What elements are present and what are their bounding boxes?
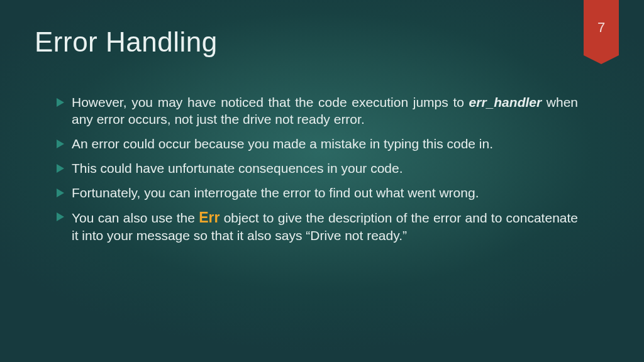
- triangle-right-icon: [57, 212, 64, 221]
- emphasis-err-object: Err: [199, 209, 219, 226]
- triangle-right-icon: [57, 98, 64, 107]
- slide-number: 7: [597, 19, 605, 36]
- list-item: However, you may have noticed that the c…: [57, 94, 578, 128]
- text-fragment: However, you may have noticed that the c…: [72, 95, 469, 109]
- list-item: This could have unfortunate consequences…: [57, 160, 578, 177]
- emphasis-err-handler: err_handler: [469, 95, 542, 109]
- list-item: Fortunately, you can interrogate the err…: [57, 185, 578, 202]
- bullet-text: Fortunately, you can interrogate the err…: [72, 185, 578, 202]
- svg-marker-0: [57, 98, 64, 107]
- slide-body: However, you may have noticed that the c…: [57, 94, 578, 252]
- triangle-right-icon: [57, 189, 64, 197]
- list-item: You can also use the Err object to give …: [57, 209, 578, 244]
- page-title: Error Handling: [35, 26, 218, 58]
- svg-marker-2: [57, 164, 64, 173]
- bullet-text: However, you may have noticed that the c…: [72, 94, 578, 128]
- svg-marker-3: [57, 189, 64, 197]
- svg-marker-1: [57, 140, 64, 148]
- bullet-text: This could have unfortunate consequences…: [72, 160, 578, 177]
- list-item: An error could occur because you made a …: [57, 136, 578, 153]
- text-fragment: You can also use the: [72, 211, 199, 225]
- slide-number-ribbon: 7: [584, 0, 619, 55]
- triangle-right-icon: [57, 164, 64, 173]
- slide: 7 Error Handling However, you may have n…: [0, 0, 644, 362]
- bullet-text: An error could occur because you made a …: [72, 136, 578, 153]
- bullet-text: You can also use the Err object to give …: [72, 209, 578, 244]
- svg-marker-4: [57, 212, 64, 221]
- triangle-right-icon: [57, 140, 64, 148]
